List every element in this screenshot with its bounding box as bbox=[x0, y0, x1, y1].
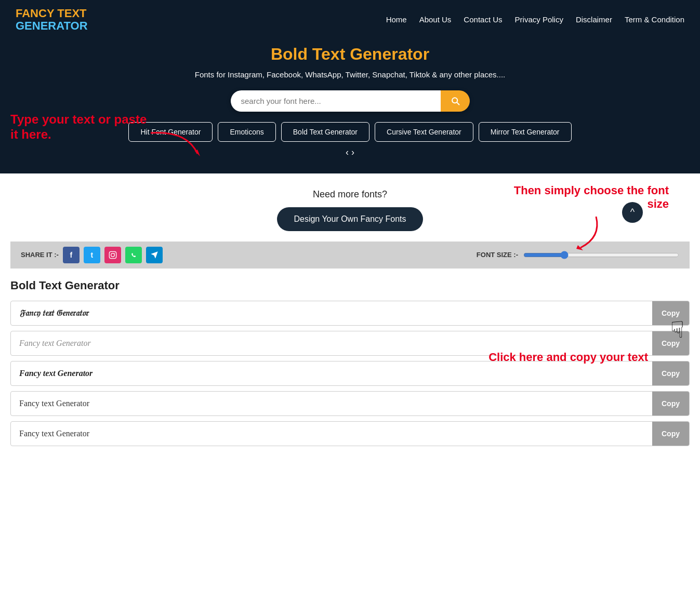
mid-section: Then simply choose the font size Need mo… bbox=[0, 173, 700, 269]
font-text-3: Fancy text Generator bbox=[11, 361, 652, 385]
copy-button-4[interactable]: Copy bbox=[652, 392, 689, 415]
svg-point-3 bbox=[111, 253, 115, 257]
logo-line2: GENERATOR bbox=[16, 20, 88, 32]
nav-terms[interactable]: Term & Condition bbox=[625, 15, 684, 24]
svg-point-4 bbox=[114, 253, 115, 253]
cat-btn-cursive[interactable]: Cursive Text Generator bbox=[375, 122, 473, 142]
hero-subtitle: Fonts for Instagram, Facebook, WhatsApp,… bbox=[0, 69, 700, 81]
search-button[interactable] bbox=[441, 90, 470, 112]
nav-links: Home About Us Contact Us Privacy Policy … bbox=[386, 15, 684, 24]
section-title: Bold Text Generator bbox=[10, 279, 690, 292]
navbar: FANCY TEXT GENERATOR Home About Us Conta… bbox=[0, 0, 700, 39]
hero-top-area: Bold Text Generator Fonts for Instagram,… bbox=[0, 45, 700, 112]
annotation-arrow-down bbox=[565, 211, 606, 253]
font-row-3: Fancy text Generator Copy bbox=[10, 361, 690, 386]
scroll-up-button[interactable]: ^ bbox=[622, 202, 643, 223]
whatsapp-share-button[interactable] bbox=[125, 247, 142, 263]
copy-button-3[interactable]: Copy bbox=[652, 361, 689, 385]
font-row-4: Fancy text Generator Copy bbox=[10, 391, 690, 416]
search-icon bbox=[450, 96, 460, 106]
search-wrapper bbox=[231, 90, 470, 112]
annotation-left: Type your text or paste it here. bbox=[10, 112, 156, 142]
twitter-share-button[interactable]: t bbox=[84, 247, 100, 263]
logo-line1: FANCY TEXT bbox=[16, 7, 88, 20]
annotation-right-top: Then simply choose the font size bbox=[492, 184, 669, 253]
cat-btn-bold[interactable]: Bold Text Generator bbox=[281, 122, 369, 142]
whatsapp-icon bbox=[129, 251, 138, 259]
share-label: SHARE IT :- bbox=[21, 251, 59, 259]
nav-about[interactable]: About Us bbox=[419, 15, 452, 24]
font-row-2: Fancy text Generator Copy bbox=[10, 331, 690, 356]
font-row-wrapper-1: 𝔉𝔞𝔫𝔠𝔶 𝔱𝔢𝔵𝔱 𝔊𝔢𝔫𝔢𝔯𝔞𝔱𝔬𝔯 Copy ☟ bbox=[10, 301, 690, 326]
hero-title: Bold Text Generator bbox=[0, 45, 700, 64]
annotation-arrow bbox=[146, 128, 208, 164]
nav-home[interactable]: Home bbox=[386, 15, 407, 24]
copy-button-2[interactable]: Copy bbox=[652, 331, 689, 355]
font-text-5: Fancy text Generator bbox=[11, 422, 652, 446]
content-section: Bold Text Generator 𝔉𝔞𝔫𝔠𝔶 𝔱𝔢𝔵𝔱 𝔊𝔢𝔫𝔢𝔯𝔞𝔱𝔬𝔯… bbox=[0, 269, 700, 467]
facebook-share-button[interactable]: f bbox=[63, 247, 80, 263]
hero-section: FANCY TEXT GENERATOR Home About Us Conta… bbox=[0, 0, 700, 173]
nav-disclaimer[interactable]: Disclaimer bbox=[576, 15, 612, 24]
copy-button-5[interactable]: Copy bbox=[652, 422, 689, 446]
nav-contact[interactable]: Contact Us bbox=[464, 15, 502, 24]
cat-pagination[interactable]: ‹ › bbox=[0, 147, 700, 158]
cat-btn-mirror[interactable]: Mirror Text Generator bbox=[479, 122, 572, 142]
annotation-right-text: Then simply choose the font size bbox=[514, 184, 669, 210]
logo: FANCY TEXT GENERATOR bbox=[16, 7, 88, 32]
font-row-1: 𝔉𝔞𝔫𝔠𝔶 𝔱𝔢𝔵𝔱 𝔊𝔢𝔫𝔢𝔯𝔞𝔱𝔬𝔯 Copy bbox=[10, 301, 690, 326]
font-text-2: Fancy text Generator bbox=[11, 331, 652, 355]
telegram-icon bbox=[150, 251, 159, 259]
nav-privacy[interactable]: Privacy Policy bbox=[515, 15, 563, 24]
design-btn[interactable]: Design Your Own Fancy Fonts bbox=[277, 207, 422, 231]
font-text-4: Fancy text Generator bbox=[11, 392, 652, 415]
svg-rect-2 bbox=[109, 251, 116, 258]
font-text-1: 𝔉𝔞𝔫𝔠𝔶 𝔱𝔢𝔵𝔱 𝔊𝔢𝔫𝔢𝔯𝔞𝔱𝔬𝔯 bbox=[11, 301, 652, 325]
copy-button-1[interactable]: Copy bbox=[652, 301, 689, 325]
search-area bbox=[0, 90, 700, 112]
font-row-wrapper-3: Fancy text Generator Copy Click here and… bbox=[10, 361, 690, 386]
font-rows-wrapper: 𝔉𝔞𝔫𝔠𝔶 𝔱𝔢𝔵𝔱 𝔊𝔢𝔫𝔢𝔯𝔞𝔱𝔬𝔯 Copy ☟ Fancy text G… bbox=[10, 301, 690, 446]
search-input[interactable] bbox=[231, 90, 441, 112]
instagram-share-button[interactable] bbox=[104, 247, 121, 263]
share-left: SHARE IT :- f t bbox=[21, 247, 163, 263]
instagram-icon bbox=[109, 251, 117, 259]
telegram-share-button[interactable] bbox=[146, 247, 163, 263]
font-row-5: Fancy text Generator Copy bbox=[10, 421, 690, 446]
cat-btn-emoticons[interactable]: Emoticons bbox=[218, 122, 275, 142]
